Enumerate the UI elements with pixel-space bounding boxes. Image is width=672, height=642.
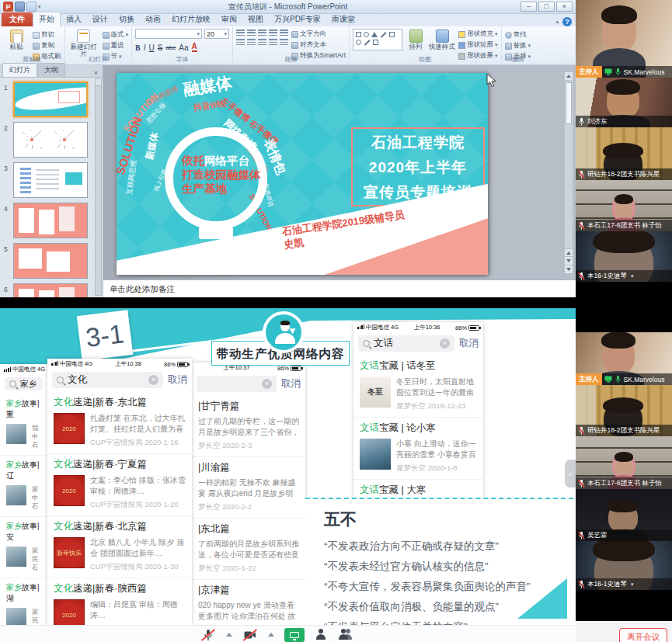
screen-share-button[interactable] <box>284 628 305 642</box>
bold-button[interactable]: B <box>135 43 141 52</box>
search-result[interactable]: 家乡故事|重 我中石 <box>0 394 47 456</box>
search-result[interactable]: 文话宝藏 | 话冬至 冬至冬至日时，太阳直射地面位置到达一年的最南端，北半球得到… <box>353 356 483 418</box>
camera-off-button[interactable] <box>242 628 258 642</box>
strikethrough-button[interactable]: S <box>158 43 163 52</box>
tab-animations[interactable]: 动画 <box>140 12 166 26</box>
search-input[interactable]: 文化× <box>52 372 163 388</box>
help-icon[interactable]: ? <box>562 17 572 26</box>
paste-button[interactable]: 粘贴 <box>3 29 30 50</box>
video-tile[interactable]: 研钻井18-2团支书陈兴星 <box>576 127 672 180</box>
change-case-button[interactable]: Aa <box>179 43 188 52</box>
tab-insert[interactable]: 插入 <box>61 12 87 26</box>
slide-thumbnail-1[interactable] <box>13 82 88 117</box>
video-tile[interactable]: 吴艺霖 <box>576 489 672 541</box>
align-text-button[interactable]: 对齐文本 <box>291 40 346 50</box>
replace-button[interactable]: 替换▾ <box>505 41 531 50</box>
line-spacing-icon[interactable] <box>280 29 288 37</box>
slide-thumbnail-3[interactable] <box>13 162 88 198</box>
cut-button[interactable]: 剪切 <box>33 30 61 40</box>
slide-thumbnail-6[interactable] <box>13 283 88 297</box>
notes-area[interactable]: 单击此处添加备注 <box>103 279 576 297</box>
search-input[interactable]: 家乡 <box>5 377 43 390</box>
mic-options-chevron[interactable] <box>226 633 232 637</box>
font-name-select[interactable]: ▾ <box>135 29 202 39</box>
video-tile[interactable]: 本石工17-6团支书 林子怡 <box>576 436 672 489</box>
tab-home[interactable]: 开始 <box>33 12 61 26</box>
search-input[interactable]: × <box>197 376 277 392</box>
search-result[interactable]: |甘宁青篇 过了前几期的专栏，这一期的月是故乡明迎来了三个省份，不知道这三个… … <box>192 396 305 457</box>
underline-button[interactable]: U <box>148 43 154 52</box>
scroll-down-icon[interactable] <box>565 265 573 274</box>
clear-search-icon[interactable]: × <box>262 379 272 389</box>
video-tile[interactable]: 本16-1史迪琴 ▾ <box>576 231 672 282</box>
tab-transitions[interactable]: 切换 <box>113 12 140 26</box>
maximize-button[interactable]: □ <box>538 2 555 12</box>
mic-muted-button[interactable] <box>200 628 216 642</box>
copy-button[interactable]: 复制 <box>33 41 61 50</box>
video-tile[interactable]: 研钻井18-2团支书陈兴星 <box>576 385 672 436</box>
panel-tab-outline[interactable]: 大纲 <box>37 63 65 77</box>
reset-button[interactable]: 重设 <box>103 41 129 50</box>
align-center-icon[interactable] <box>247 39 256 47</box>
video-tile[interactable]: 刘济东 <box>576 78 672 127</box>
shape-gallery[interactable] <box>353 29 402 50</box>
panel-tab-slides[interactable]: 幻灯片 <box>2 63 37 77</box>
cancel-button[interactable]: 取消 <box>281 377 301 390</box>
font-size-select[interactable]: 20▾ <box>204 29 229 39</box>
search-result[interactable]: 文话宝藏 | 论小寒 小寒 向上滑动，送你一亮丽的雪景 小寒春赏百花冬观雪，醒亦… <box>353 418 483 480</box>
indent-increase-icon[interactable] <box>269 29 277 37</box>
text-direction-button[interactable]: 文字方向 <box>291 29 346 39</box>
previous-slide-icon[interactable] <box>565 248 573 257</box>
search-result[interactable]: 文化速递|新春·北京篇 新年快乐北京 腊八儿 小年儿 除夕 庙会 团团圆圆过新年… <box>47 516 192 578</box>
video-tile-host[interactable]: 主持人 SK.Marvelous <box>576 332 672 385</box>
tab-file[interactable]: 文件 <box>2 12 33 26</box>
slide-1[interactable]: 融媒体 抖音B站 互联网思维 SOLUTION 思想引领 SOLUTION 新媒… <box>117 73 488 275</box>
minimize-button[interactable]: – <box>521 2 537 12</box>
leave-meeting-button[interactable]: 离开会议 <box>619 628 667 642</box>
camera-options-chevron[interactable] <box>268 633 274 637</box>
justify-icon[interactable] <box>269 39 277 47</box>
tab-design[interactable]: 设计 <box>87 12 113 26</box>
video-tile[interactable]: 本石工17-6团支书 林子怡 <box>576 180 672 231</box>
video-tile-host[interactable]: 主持人 SK.Marvelous <box>576 0 672 78</box>
slide-thumbnail-4[interactable] <box>13 203 88 238</box>
video-tile[interactable]: 本16-1史迪琴 ▾ <box>576 541 672 590</box>
chevron-down-icon[interactable]: ▾ <box>631 273 634 279</box>
search-result[interactable]: 家乡故事|安 家民石 <box>0 517 47 578</box>
slide-thumbnail-5[interactable] <box>13 243 88 279</box>
tab-view[interactable]: 视图 <box>242 12 269 26</box>
chevron-down-icon[interactable]: ▾ <box>631 581 634 588</box>
search-result[interactable]: 文化速递|新春·东北篇 2020扎盏灯笼 在东北，过大年扎灯笼、挂红灯是人们最为… <box>47 392 192 454</box>
panel-close-icon[interactable]: × <box>89 69 103 77</box>
search-result[interactable]: 家乡故事|湖 家民石 <box>0 578 47 625</box>
shape-outline-button[interactable]: 形状轮廓▾ <box>458 40 498 50</box>
slide-canvas[interactable]: 融媒体 抖音B站 互联网思维 SOLUTION 思想引领 SOLUTION 新媒… <box>103 65 576 279</box>
align-right-icon[interactable] <box>258 39 266 47</box>
search-result[interactable]: 文化速递|新春·陕西篇 2020编辑：吕煜宸 审核：周德涛…CUP宇宙情报局 2… <box>47 578 192 625</box>
search-result[interactable]: |东北篇 了前两期的月是故乡明系列推送，各位小可爱是否还有些意犹未尽，本期… 梦… <box>192 519 305 580</box>
search-input[interactable]: 文话× <box>358 335 454 352</box>
quick-styles-button[interactable]: 快速样式 <box>429 29 455 50</box>
scroll-up-icon[interactable] <box>565 72 573 81</box>
search-result[interactable]: 文化速递|新春·宁夏篇 2020文案：李心怡 排版：张冰雪 审核：周德涛…CUP… <box>47 454 192 516</box>
panel-scrollbar[interactable] <box>95 78 102 296</box>
italic-button[interactable]: I <box>144 43 146 52</box>
cancel-button[interactable]: 取消 <box>459 337 479 350</box>
search-result[interactable]: 文话宝藏 | 大寒 这次的新型冠状病毒不是sars，也不是mers，对于这种新型… <box>353 480 483 498</box>
find-button[interactable]: 查找 <box>505 30 531 40</box>
bullets-icon[interactable] <box>236 29 245 37</box>
font-color-button[interactable]: A <box>192 43 197 52</box>
clear-search-icon[interactable]: × <box>148 375 158 385</box>
tab-review[interactable]: 审阅 <box>216 12 242 26</box>
tab-pdf-addin[interactable]: 万兴PDF专家 <box>269 12 326 26</box>
search-result[interactable]: 家乡故事|辽 家中石 <box>0 456 47 517</box>
next-slide-icon[interactable] <box>565 257 573 265</box>
indent-decrease-icon[interactable] <box>258 29 266 37</box>
sidebar-collapse-handle[interactable]: › <box>565 460 576 488</box>
tab-slideshow[interactable]: 幻灯片放映 <box>166 12 216 26</box>
numbering-icon[interactable] <box>247 29 256 37</box>
members-button[interactable] <box>337 628 350 640</box>
vertical-scrollbar[interactable] <box>564 71 573 275</box>
search-result[interactable]: |川渝篇 一样的精彩 无辣不欢 麻辣盛宴 露从夜白end 月是故乡明 最后，虽然… <box>192 457 305 519</box>
new-slide-button[interactable]: 新建幻灯片 <box>68 29 99 57</box>
